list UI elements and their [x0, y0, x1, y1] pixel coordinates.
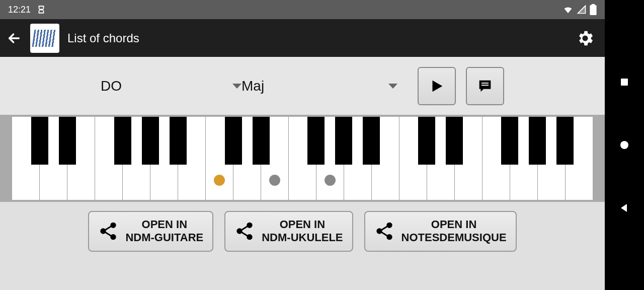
- play-button[interactable]: [418, 67, 456, 105]
- svg-line-12: [242, 226, 248, 230]
- quality-dropdown[interactable]: Maj: [242, 78, 397, 94]
- black-key[interactable]: [225, 117, 242, 165]
- black-key[interactable]: [418, 117, 435, 165]
- open-notesdemusique-button[interactable]: OPEN IN NOTESDEMUSIQUE: [364, 211, 517, 252]
- chord-note-dot: [325, 175, 336, 186]
- back-icon[interactable]: [6, 30, 22, 46]
- share-label: OPEN IN NOTESDEMUSIQUE: [401, 218, 507, 245]
- status-app-icon: [37, 5, 46, 14]
- svg-line-17: [381, 226, 387, 230]
- comment-icon: [476, 78, 494, 95]
- note-value: DO: [101, 78, 122, 94]
- black-key[interactable]: [335, 117, 352, 165]
- chord-root-dot: [214, 175, 225, 186]
- black-key[interactable]: [529, 117, 546, 165]
- share-label: OPEN IN NDM-UKULELE: [262, 218, 343, 245]
- back-nav-icon[interactable]: [618, 202, 630, 214]
- svg-line-7: [105, 226, 112, 230]
- quality-value: Maj: [242, 78, 264, 94]
- black-key[interactable]: [253, 117, 270, 165]
- black-key[interactable]: [170, 117, 187, 165]
- app-bar: List of chords: [0, 19, 605, 57]
- gear-icon[interactable]: [576, 29, 595, 48]
- page-title: List of chords: [67, 31, 568, 45]
- signal-icon: [577, 5, 587, 15]
- svg-rect-0: [590, 5, 596, 15]
- open-ndm-guitare-button[interactable]: OPEN IN NDM-GUITARE: [88, 211, 213, 252]
- share-icon: [98, 221, 118, 241]
- wifi-icon: [562, 4, 574, 15]
- black-key[interactable]: [114, 117, 131, 165]
- svg-rect-19: [621, 79, 628, 86]
- status-time: 12:21: [8, 5, 31, 15]
- open-ndm-ukulele-button[interactable]: OPEN IN NDM-UKULELE: [224, 211, 353, 252]
- share-label: OPEN IN NDM-GUITARE: [125, 218, 203, 245]
- svg-line-8: [105, 232, 112, 236]
- chord-controls: DO Maj: [0, 57, 605, 115]
- notes-button[interactable]: [466, 67, 504, 105]
- svg-point-20: [620, 141, 628, 149]
- chevron-down-icon: [232, 84, 242, 89]
- share-row: OPEN IN NDM-GUITARE OPEN IN NDM-UKULELE …: [0, 202, 605, 261]
- black-key[interactable]: [59, 117, 76, 165]
- app-logo: [30, 24, 59, 53]
- chevron-down-icon: [388, 84, 397, 89]
- recents-icon[interactable]: [618, 76, 630, 88]
- black-key[interactable]: [307, 117, 325, 165]
- share-icon: [374, 221, 394, 241]
- svg-line-18: [381, 232, 387, 236]
- battery-icon: [590, 4, 597, 15]
- black-key[interactable]: [446, 117, 463, 165]
- share-icon: [234, 221, 255, 241]
- svg-rect-1: [592, 4, 595, 6]
- play-icon: [428, 78, 445, 95]
- svg-line-13: [242, 232, 248, 236]
- black-key[interactable]: [501, 117, 518, 165]
- note-dropdown[interactable]: DO: [101, 78, 242, 94]
- status-bar: 12:21: [0, 0, 605, 19]
- black-key[interactable]: [363, 117, 380, 165]
- chord-note-dot: [269, 175, 280, 186]
- svg-rect-3: [481, 85, 489, 86]
- black-key[interactable]: [556, 117, 574, 165]
- black-key[interactable]: [142, 117, 159, 165]
- black-key[interactable]: [31, 117, 48, 165]
- svg-rect-2: [481, 82, 489, 83]
- home-icon[interactable]: [618, 139, 630, 151]
- system-nav-bar: [605, 0, 644, 290]
- piano-keyboard[interactable]: [12, 117, 593, 200]
